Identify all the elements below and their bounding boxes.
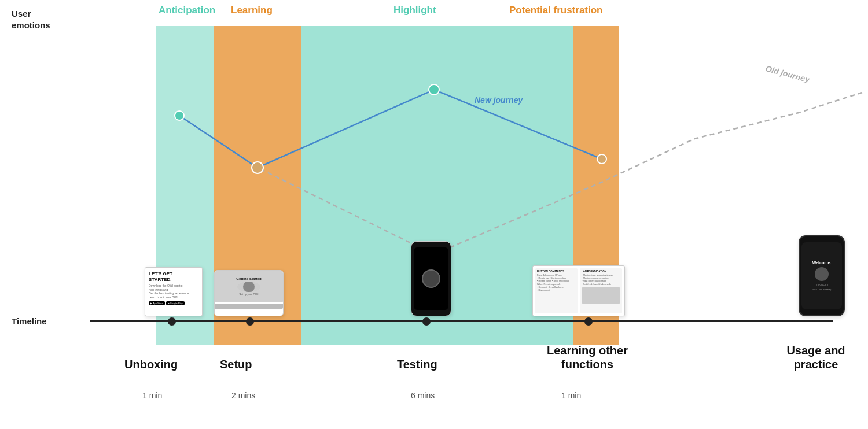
user-emotions-label: Useremotions	[12, 8, 50, 31]
chart-area: Useremotions Anticipation Learning Highl…	[0, 0, 868, 429]
btn-commands-title: BUTTON COMMANDS	[537, 270, 576, 273]
old-journey-label: Old journey	[764, 64, 810, 84]
unboxing-text: Download the OWI app to:Add things andGe…	[149, 284, 198, 299]
dot-setup-timeline	[246, 317, 254, 326]
dot-unboxing-timeline	[168, 317, 176, 326]
timeline-label-setup: Setup	[220, 357, 252, 371]
dot-testing-timeline	[422, 317, 431, 326]
timeline-dashed	[764, 320, 833, 322]
phase-frustration-label: Potential frustration	[509, 5, 603, 16]
time-testing: 6 mins	[411, 391, 435, 400]
testing-phone-mockup	[411, 241, 451, 316]
dot-learning-timeline	[584, 317, 593, 326]
timeline-label-testing: Testing	[397, 357, 437, 371]
time-setup: 2 mins	[231, 391, 255, 400]
setup-base	[215, 304, 283, 309]
timeline-side-label: Timeline	[12, 316, 47, 326]
timeline-label-learning: Learning otherfunctions	[544, 343, 631, 371]
timeline-label-usage: Usage andpractice	[775, 343, 856, 371]
welcome-phone-mockup: Welcome. CONNECT Your OWI is ready	[799, 235, 845, 316]
phase-learning-label: Learning	[231, 5, 273, 16]
unboxing-title: LET'S GETSTARTED.	[149, 271, 198, 282]
phase-anticipation-label: Anticipation	[159, 5, 215, 16]
button-commands-card: BUTTON COMMANDS Face Adjustment | Power•…	[535, 268, 578, 313]
phone-screen	[414, 247, 448, 310]
welcome-screen: Welcome. CONNECT Your OWI is ready	[801, 242, 842, 309]
unboxing-mockup: LET'S GETSTARTED. Download the OWI app t…	[145, 267, 203, 316]
timeline-bar	[90, 320, 833, 322]
timeline-label-unboxing: Unboxing	[124, 357, 178, 371]
setup-mockup: Getting Started Set up your OWI	[214, 270, 284, 316]
new-journey-label: New journey	[475, 95, 523, 105]
lamps-card: LAMPS INDICATION • Moving blue: scanning…	[580, 268, 622, 313]
welcome-avatar	[815, 267, 829, 281]
lamps-title: LAMPS INDICATION	[582, 270, 620, 273]
phase-highlight-label: Highlight	[393, 5, 436, 16]
time-unboxing: 1 min	[142, 391, 162, 400]
phone-circle	[422, 269, 440, 288]
welcome-text: Welcome.	[812, 261, 832, 265]
time-learning: 1 min	[561, 391, 581, 400]
setup-screen: Getting Started Set up your OWI	[215, 271, 283, 302]
buttons-mockup: BUTTON COMMANDS Face Adjustment | Power•…	[532, 265, 625, 316]
